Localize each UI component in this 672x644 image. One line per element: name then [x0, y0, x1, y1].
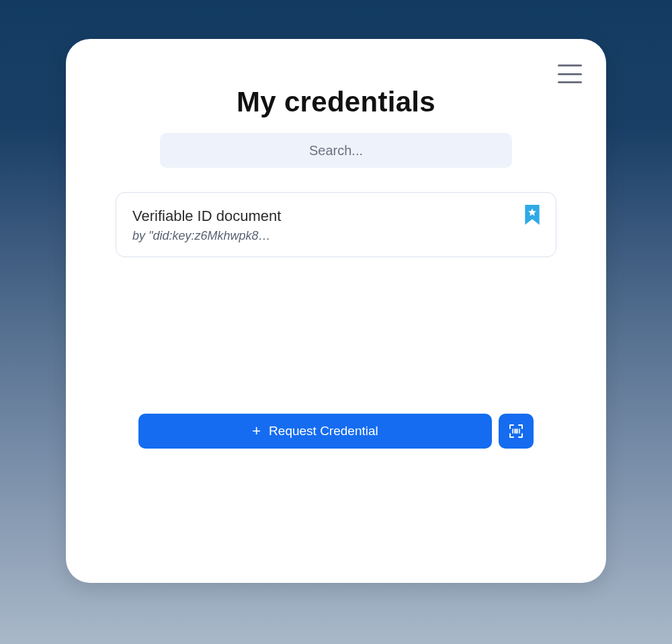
page-title: My credentials — [66, 86, 606, 118]
credential-card[interactable]: Verifiable ID document by "did:key:z6Mkh… — [116, 192, 556, 257]
credential-title: Verifiable ID document — [132, 208, 540, 225]
menu-icon[interactable] — [558, 64, 582, 83]
scan-button[interactable] — [499, 414, 534, 449]
credential-issuer: by "did:key:z6Mkhwpk8… — [132, 229, 540, 243]
app-card: My credentials Verifiable ID document by… — [66, 39, 606, 583]
search-input[interactable] — [160, 133, 512, 168]
plus-icon: + — [252, 424, 261, 439]
bookmark-star-icon[interactable] — [523, 205, 541, 226]
scan-barcode-icon — [508, 423, 524, 439]
action-bar: + Request Credential — [66, 414, 606, 449]
request-credential-button[interactable]: + Request Credential — [138, 414, 492, 449]
credential-list: Verifiable ID document by "did:key:z6Mkh… — [66, 192, 606, 257]
request-credential-label: Request Credential — [269, 424, 378, 439]
